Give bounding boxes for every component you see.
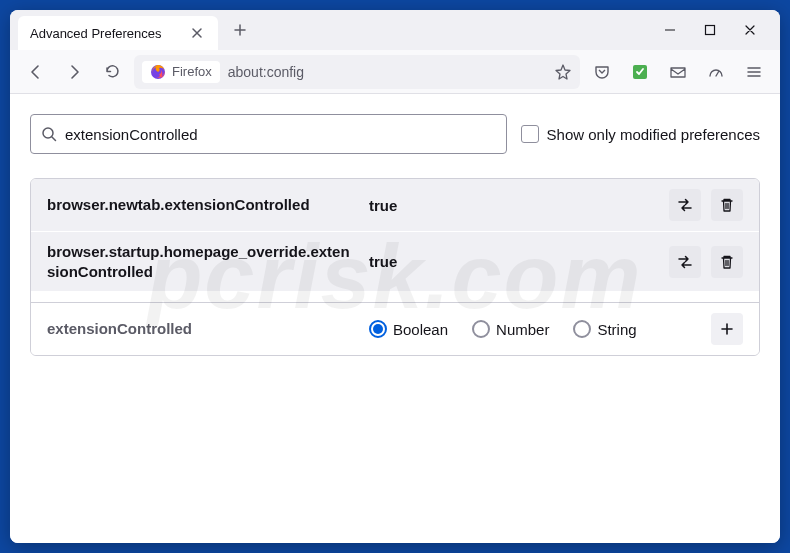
toggle-button[interactable] bbox=[669, 189, 701, 221]
maximize-button[interactable] bbox=[700, 20, 720, 40]
trash-icon bbox=[719, 254, 735, 270]
browser-window: Advanced Preferences bbox=[10, 10, 780, 543]
trash-icon bbox=[719, 197, 735, 213]
pocket-button[interactable] bbox=[586, 56, 618, 88]
preferences-table: browser.newtab.extensionControlled true … bbox=[30, 178, 760, 356]
profile-button[interactable] bbox=[700, 56, 732, 88]
url-bar[interactable]: Firefox bbox=[134, 55, 580, 89]
maximize-icon bbox=[704, 24, 716, 36]
dashboard-icon bbox=[707, 63, 725, 81]
inbox-icon bbox=[669, 63, 687, 81]
tab-close-button[interactable] bbox=[188, 24, 206, 42]
radio-string[interactable]: String bbox=[573, 320, 636, 338]
identity-box[interactable]: Firefox bbox=[142, 61, 220, 83]
reload-button[interactable] bbox=[96, 56, 128, 88]
minimize-icon bbox=[664, 24, 676, 36]
about-config-content: Show only modified preferences browser.n… bbox=[10, 94, 780, 543]
identity-label: Firefox bbox=[172, 64, 212, 79]
plus-icon bbox=[719, 321, 735, 337]
close-window-button[interactable] bbox=[740, 20, 760, 40]
pref-value: true bbox=[369, 253, 657, 270]
delete-button[interactable] bbox=[711, 246, 743, 278]
radio-number[interactable]: Number bbox=[472, 320, 549, 338]
show-modified-checkbox[interactable]: Show only modified preferences bbox=[521, 125, 760, 143]
back-button[interactable] bbox=[20, 56, 52, 88]
close-icon bbox=[744, 24, 756, 36]
search-icon bbox=[41, 126, 57, 142]
type-radio-group: Boolean Number String bbox=[369, 320, 699, 338]
inbox-button[interactable] bbox=[662, 56, 694, 88]
checkbox-icon bbox=[521, 125, 539, 143]
new-tab-button[interactable] bbox=[224, 14, 256, 46]
window-controls bbox=[648, 20, 772, 40]
radio-icon bbox=[369, 320, 387, 338]
toggle-icon bbox=[676, 196, 694, 214]
forward-button[interactable] bbox=[58, 56, 90, 88]
add-pref-button[interactable] bbox=[711, 313, 743, 345]
browser-tab[interactable]: Advanced Preferences bbox=[18, 16, 218, 50]
radio-icon bbox=[472, 320, 490, 338]
search-row: Show only modified preferences bbox=[30, 114, 760, 154]
back-icon bbox=[27, 63, 45, 81]
extension-icon bbox=[632, 64, 648, 80]
new-pref-name: extensionControlled bbox=[47, 319, 357, 339]
minimize-button[interactable] bbox=[660, 20, 680, 40]
pref-name: browser.newtab.extensionControlled bbox=[47, 195, 357, 215]
extension-button[interactable] bbox=[624, 56, 656, 88]
forward-icon bbox=[65, 63, 83, 81]
pref-value: true bbox=[369, 197, 657, 214]
firefox-icon bbox=[150, 64, 166, 80]
pocket-icon bbox=[593, 63, 611, 81]
svg-rect-0 bbox=[706, 26, 715, 35]
reload-icon bbox=[104, 63, 121, 80]
show-modified-label: Show only modified preferences bbox=[547, 126, 760, 143]
radio-boolean[interactable]: Boolean bbox=[369, 320, 448, 338]
url-input[interactable] bbox=[228, 64, 546, 80]
tab-title: Advanced Preferences bbox=[30, 26, 188, 41]
pref-search-input[interactable] bbox=[65, 126, 496, 143]
hamburger-icon bbox=[746, 64, 762, 80]
toggle-icon bbox=[676, 253, 694, 271]
bookmark-star-button[interactable] bbox=[554, 63, 572, 81]
pref-search-box[interactable] bbox=[30, 114, 507, 154]
plus-icon bbox=[233, 23, 247, 37]
pref-name: browser.startup.homepage_override.extens… bbox=[47, 242, 357, 281]
navigation-toolbar: Firefox bbox=[10, 50, 780, 94]
pref-row: browser.startup.homepage_override.extens… bbox=[31, 232, 759, 292]
pref-row: browser.newtab.extensionControlled true bbox=[31, 179, 759, 232]
radio-label: Boolean bbox=[393, 321, 448, 338]
titlebar: Advanced Preferences bbox=[10, 10, 780, 50]
star-icon bbox=[554, 63, 572, 81]
radio-label: Number bbox=[496, 321, 549, 338]
close-icon bbox=[191, 27, 203, 39]
radio-icon bbox=[573, 320, 591, 338]
toggle-button[interactable] bbox=[669, 246, 701, 278]
radio-label: String bbox=[597, 321, 636, 338]
delete-button[interactable] bbox=[711, 189, 743, 221]
app-menu-button[interactable] bbox=[738, 56, 770, 88]
new-pref-row: extensionControlled Boolean Number Strin… bbox=[31, 302, 759, 355]
